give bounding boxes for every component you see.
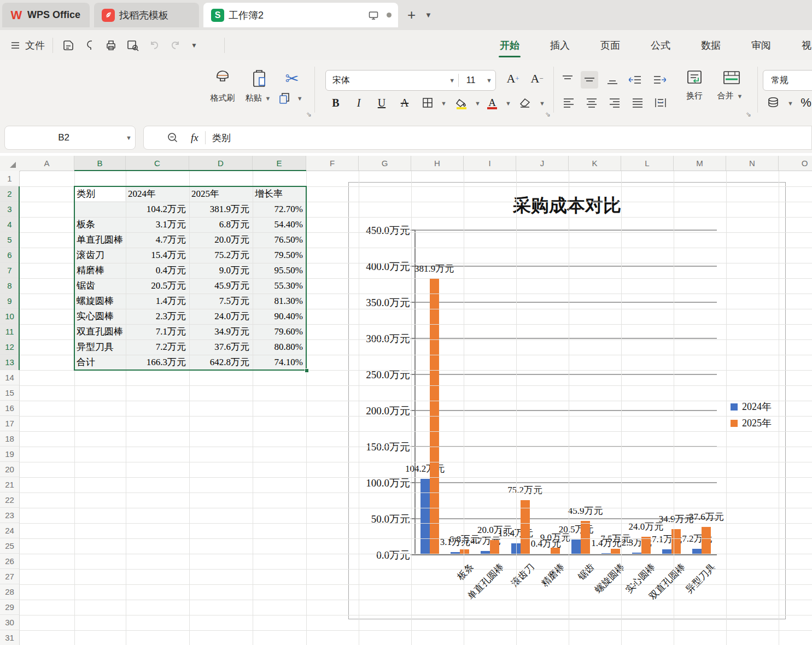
wrap-text-button[interactable]: 换行 — [679, 69, 710, 101]
row-header-16[interactable]: 16 — [0, 401, 20, 416]
row-header-27[interactable]: 27 — [0, 569, 20, 584]
row-header-7[interactable]: 7 — [0, 263, 20, 278]
row-header-1[interactable]: 1 — [0, 171, 20, 186]
print-button[interactable] — [104, 37, 118, 54]
row-header-11[interactable]: 11 — [0, 324, 20, 339]
table-cell[interactable]: 0.4万元 — [126, 263, 189, 278]
table-cell[interactable]: 4.7万元 — [126, 232, 189, 248]
table-cell[interactable]: 76.50% — [253, 232, 306, 248]
table-cell[interactable]: 螺旋圆棒 — [74, 294, 126, 309]
row-header-15[interactable]: 15 — [0, 385, 20, 401]
table-cell[interactable]: 80.80% — [253, 339, 306, 355]
new-tab-button[interactable]: + — [407, 8, 416, 22]
column-header-L[interactable]: L — [621, 156, 674, 171]
fill-color-chevron-icon[interactable]: ▼ — [475, 100, 481, 107]
ribbon-tab-页面[interactable]: 页面 — [599, 39, 621, 52]
table-cell[interactable]: 55.30% — [253, 278, 306, 294]
column-header-A[interactable]: A — [20, 156, 74, 171]
qat-more-chevron-icon[interactable]: ▼ — [191, 37, 197, 54]
row-header-5[interactable]: 5 — [0, 232, 20, 248]
font-name-combo[interactable]: 宋体 — [326, 75, 446, 86]
monitor-icon[interactable] — [368, 10, 379, 21]
ribbon-tab-审阅[interactable]: 审阅 — [750, 39, 772, 52]
column-header-G[interactable]: G — [359, 156, 411, 171]
table-cell[interactable]: 54.40% — [253, 217, 306, 232]
row-header-29[interactable]: 29 — [0, 600, 20, 615]
column-header-F[interactable]: F — [306, 156, 359, 171]
column-header-I[interactable]: I — [464, 156, 516, 171]
row-header-23[interactable]: 23 — [0, 508, 20, 523]
table-cell[interactable]: 642.8万元 — [189, 355, 253, 370]
justify-button[interactable] — [629, 94, 646, 112]
merge-cells-button[interactable]: 合并▼ — [715, 69, 748, 101]
clipboard-dialog-launcher[interactable]: ⇘ — [306, 110, 312, 118]
table-cell[interactable]: 74.10% — [253, 355, 306, 370]
table-cell[interactable]: 单直孔圆棒 — [74, 232, 126, 248]
decrease-indent-button[interactable] — [627, 71, 644, 89]
ribbon-tab-视图[interactable]: 视图 — [801, 39, 812, 52]
row-header-9[interactable]: 9 — [0, 294, 20, 309]
increase-indent-button[interactable] — [651, 71, 668, 89]
row-header-24[interactable]: 24 — [0, 523, 20, 538]
row-header-21[interactable]: 21 — [0, 477, 20, 492]
row-header-2[interactable]: 2 — [0, 186, 20, 202]
table-cell[interactable]: 79.60% — [253, 324, 306, 339]
row-header-14[interactable]: 14 — [0, 370, 20, 385]
tab-workbook2[interactable]: S 工作簿2 — [203, 3, 398, 27]
column-header-M[interactable]: M — [674, 156, 726, 171]
ribbon-tab-公式[interactable]: 公式 — [650, 39, 671, 52]
table-cell[interactable]: 增长率 — [253, 186, 306, 202]
table-cell[interactable]: 实心圆棒 — [74, 309, 126, 324]
name-box[interactable]: B2 ▼ — [4, 126, 136, 150]
table-cell[interactable]: 9.0万元 — [189, 263, 253, 278]
bar-2025年-异型刀具[interactable] — [702, 527, 711, 554]
font-size-combo[interactable]: 11 — [459, 75, 483, 85]
row-header-22[interactable]: 22 — [0, 492, 20, 508]
table-cell[interactable]: 双直孔圆棒 — [74, 324, 126, 339]
table-cell[interactable]: 滚齿刀 — [74, 248, 126, 263]
table-cell[interactable]: 72.70% — [253, 202, 306, 217]
italic-button[interactable]: I — [350, 94, 367, 112]
table-cell[interactable]: 7.5万元 — [189, 294, 253, 309]
fx-icon[interactable]: fx — [191, 132, 198, 144]
column-header-O[interactable]: O — [779, 156, 812, 171]
table-cell[interactable]: 2.3万元 — [126, 309, 189, 324]
row-header-10[interactable]: 10 — [0, 309, 20, 324]
row-header-12[interactable]: 12 — [0, 339, 20, 355]
ribbon-tab-插入[interactable]: 插入 — [549, 39, 571, 52]
chart-title[interactable]: 采购成本对比 — [349, 194, 785, 218]
formula-search-icon[interactable] — [167, 132, 179, 144]
eraser-button[interactable] — [516, 94, 534, 112]
table-cell[interactable]: 3.1万元 — [126, 217, 189, 232]
font-size-chevron-icon[interactable]: ▼ — [486, 77, 492, 84]
table-cell[interactable]: 1.4万元 — [126, 294, 189, 309]
column-header-N[interactable]: N — [726, 156, 779, 171]
table-cell[interactable]: 板条 — [74, 217, 126, 232]
table-cell[interactable]: 7.1万元 — [126, 324, 189, 339]
table-cell[interactable]: 381.9万元 — [189, 202, 253, 217]
row-header-6[interactable]: 6 — [0, 248, 20, 263]
strikethrough-button[interactable]: A — [396, 94, 413, 112]
tab-wps-office[interactable]: W WPS Office — [2, 3, 90, 27]
column-header-D[interactable]: D — [189, 156, 253, 171]
align-center-button[interactable] — [583, 94, 600, 112]
column-header-E[interactable]: E — [253, 156, 306, 171]
file-menu-button[interactable]: 文件 — [10, 37, 45, 54]
table-cell[interactable]: 类别 — [74, 186, 126, 202]
format-painter-button[interactable]: 格式刷 — [207, 69, 238, 103]
font-dialog-launcher[interactable]: ⇘ — [545, 110, 551, 118]
row-header-26[interactable]: 26 — [0, 554, 20, 569]
undo-button[interactable] — [148, 37, 160, 54]
column-header-B[interactable]: B — [74, 156, 126, 171]
row-header-30[interactable]: 30 — [0, 615, 20, 630]
font-color-chevron-icon[interactable]: ▼ — [505, 100, 511, 107]
legend-item-2025年[interactable]: 2025年 — [731, 417, 772, 430]
table-cell[interactable]: 合计 — [74, 355, 126, 370]
redo-button[interactable] — [170, 37, 182, 54]
fill-handle[interactable] — [305, 368, 309, 373]
font-name-chevron-icon[interactable]: ▼ — [449, 77, 455, 84]
row-header-13[interactable]: 13 — [0, 355, 20, 370]
row-header-25[interactable]: 25 — [0, 538, 20, 554]
table-cell[interactable]: 7.2万元 — [126, 339, 189, 355]
eraser-chevron-icon[interactable]: ▼ — [539, 100, 545, 107]
